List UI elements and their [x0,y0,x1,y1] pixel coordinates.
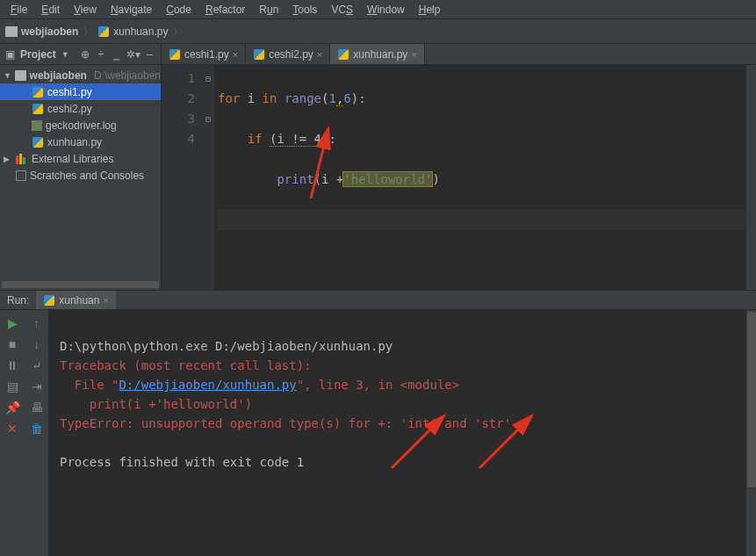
menu-refactor[interactable]: Refactor [198,2,252,18]
tree-external-libraries[interactable]: ▶ External Libraries [0,150,161,167]
up-button[interactable]: ↑ [29,315,45,331]
console-exit: Process finished with exit code 1 [60,455,304,469]
console-scrollbar[interactable] [745,310,756,556]
pause-button[interactable]: ⏸ [4,357,20,373]
code-editor[interactable]: 1 2 3 4 ⊟ ⊟ for i in range(1,6): if (i !… [162,65,756,290]
menu-vcs[interactable]: VCS [324,2,360,18]
run-tabbar: Run: xunhuan × [0,291,756,310]
fold-gutter: ⊟ ⊟ [202,65,214,290]
code-content[interactable]: for i in range(1,6): if (i != 4): print(… [214,65,745,290]
tab-ceshi2[interactable]: ceshi2.py × [246,44,330,64]
menu-code[interactable]: Code [159,2,198,18]
line-number: 1 [162,69,195,89]
editor-scrollbar[interactable] [745,65,756,290]
expand-icon[interactable]: ÷ [96,48,106,61]
fold-icon[interactable]: ⊟ [202,69,214,89]
rerun-button[interactable]: ▶ [4,315,20,331]
run-toolbar-right: ↑ ↓ ⤶ ⇥ 🖶 🗑 [25,310,49,556]
tree-item-ceshi1[interactable]: ceshi1.py [0,83,161,100]
tab-ceshi1[interactable]: ceshi1.py × [162,44,246,64]
line-number-gutter: 1 2 3 4 [162,65,202,290]
project-view-icon[interactable]: ▣ [5,48,15,61]
menu-bar: File Edit View Navigate Code Refactor Ru… [0,0,756,19]
tree-ext-lib-label: External Libraries [32,153,113,165]
close-button[interactable]: ✕ [4,421,20,437]
menu-view[interactable]: View [67,2,104,18]
breadcrumb: webjiaoben 〉 xunhuan.py 〉 [0,19,756,44]
tab-label: xunhuan.py [353,48,407,61]
dropdown-arrow-icon[interactable]: ▼ [61,50,69,59]
locate-icon[interactable]: ⊕ [80,48,90,61]
console-traceback: Traceback (most recent call last): [60,358,312,372]
svg-rect-0 [16,155,18,164]
project-tree: ▼ webjiaoben D:\webjiaoben ceshi1.py ces… [0,65,161,185]
line-number: 2 [162,89,195,109]
run-tool-window: Run: xunhuan × ▶ ■ ⏸ ▤ 📌 ✕ ↑ ↓ ⤶ ⇥ 🖶 🗑 D… [0,290,756,556]
tree-root-path: D:\webjiaoben [94,69,161,82]
run-toolbar-left: ▶ ■ ⏸ ▤ 📌 ✕ [0,310,25,556]
menu-run[interactable]: Run [252,2,285,18]
tree-item-label: geckodriver.log [46,119,117,132]
scratches-icon [16,170,26,181]
expand-arrow-icon[interactable]: ▼ [4,71,11,80]
tab-xunhuan[interactable]: xunhuan.py × [330,44,425,64]
project-panel-title: Project [20,48,56,61]
folder-icon [15,70,26,81]
console-code-line: print(i +'helloworld') [60,397,252,411]
project-panel-header: ▣ Project ▼ ⊕ ÷ ⎯ ✲▾ ⎼ [0,44,161,65]
python-file-icon [32,136,44,148]
close-icon[interactable]: × [317,49,322,60]
tree-item-xunhuan[interactable]: xunhuan.py [0,134,161,150]
menu-window[interactable]: Window [360,2,412,18]
breadcrumb-project-label: webjiaoben [21,25,78,38]
menu-navigate[interactable]: Navigate [104,2,159,18]
settings-icon[interactable]: ✲▾ [127,48,140,61]
python-file-icon [169,48,181,61]
menu-file[interactable]: File [4,2,34,18]
console-output[interactable]: D:\python\python.exe D:/webjiaoben/xunhu… [49,310,745,556]
menu-tools[interactable]: Tools [285,2,324,18]
tab-label: ceshi1.py [184,48,229,61]
menu-edit[interactable]: Edit [34,2,67,18]
pin-button[interactable]: 📌 [4,400,20,415]
fold-end-icon[interactable]: ⊟ [202,109,214,129]
tree-scratches[interactable]: Scratches and Consoles [0,167,161,184]
hide-icon[interactable]: ⎼ [145,48,155,61]
tree-root[interactable]: ▼ webjiaoben D:\webjiaoben [0,67,161,83]
breadcrumb-project[interactable]: webjiaoben [5,25,78,38]
editor-tabs: ceshi1.py × ceshi2.py × xunhuan.py × [162,44,756,65]
layout-button[interactable]: ▤ [4,379,20,394]
expand-arrow-icon[interactable]: ▶ [4,155,12,163]
tab-label: ceshi2.py [269,48,313,61]
breadcrumb-file[interactable]: xunhuan.py [97,25,168,38]
chevron-right-icon: 〉 [173,25,182,38]
python-file-icon [32,103,44,115]
python-file-icon [43,294,55,307]
console-type-error: TypeError: unsupported operand type(s) f… [60,416,511,430]
python-file-icon [253,48,265,61]
close-icon[interactable]: × [233,49,238,60]
soft-wrap-button[interactable]: ⤶ [29,357,45,373]
project-tool-window: ▣ Project ▼ ⊕ ÷ ⎯ ✲▾ ⎼ ▼ webjiaoben D:\w… [0,44,162,290]
python-file-icon [97,25,110,38]
run-tab-xunhuan[interactable]: xunhuan × [36,291,115,309]
python-file-icon [337,48,349,61]
console-file-link[interactable]: D:/webjiaoben/xunhuan.py [119,378,296,392]
stop-button[interactable]: ■ [4,336,20,352]
sidebar-scrollbar[interactable] [2,281,159,288]
trash-button[interactable]: 🗑 [29,421,45,437]
print-button[interactable]: 🖶 [29,400,45,415]
editor-area: ceshi1.py × ceshi2.py × xunhuan.py × 1 2… [162,44,756,290]
close-icon[interactable]: × [103,295,108,306]
down-button[interactable]: ↓ [29,336,45,352]
tree-scratches-label: Scratches and Consoles [30,170,144,182]
tree-item-geckodriver[interactable]: geckodriver.log [0,117,161,134]
console-file-post: ", line 3, in <module> [297,378,459,392]
menu-help[interactable]: Help [412,2,448,18]
tree-item-ceshi2[interactable]: ceshi2.py [0,100,161,117]
collapse-icon[interactable]: ⎯ [112,48,122,61]
close-icon[interactable]: × [411,49,416,60]
python-file-icon [32,86,44,98]
scroll-end-button[interactable]: ⇥ [29,379,45,394]
tree-item-label: xunhuan.py [47,136,102,148]
